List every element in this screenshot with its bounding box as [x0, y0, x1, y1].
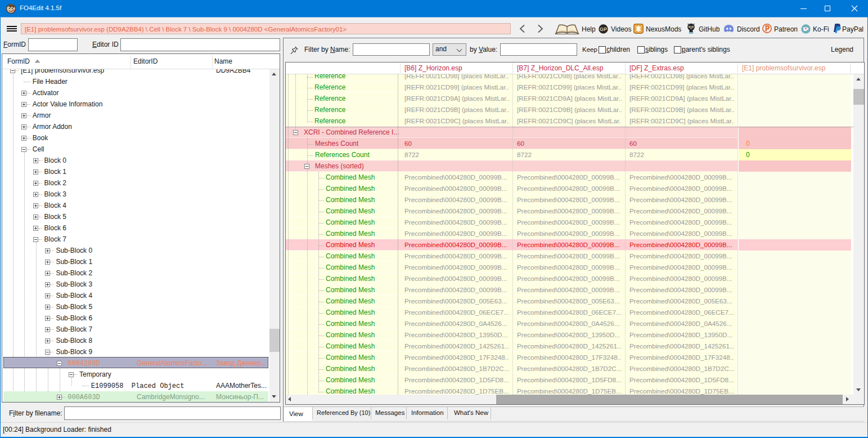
svg-text:GP: GP: [600, 26, 607, 32]
